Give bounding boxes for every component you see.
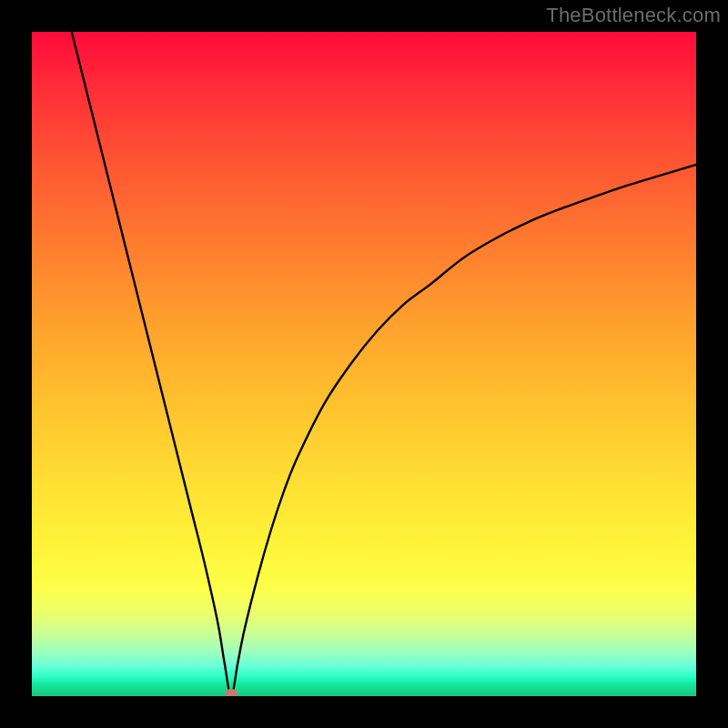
minimum-marker (225, 689, 238, 696)
plot-area (32, 32, 696, 696)
bottleneck-curve (32, 32, 696, 696)
watermark-text: TheBottleneck.com (546, 4, 721, 27)
chart-frame: TheBottleneck.com (0, 0, 728, 728)
